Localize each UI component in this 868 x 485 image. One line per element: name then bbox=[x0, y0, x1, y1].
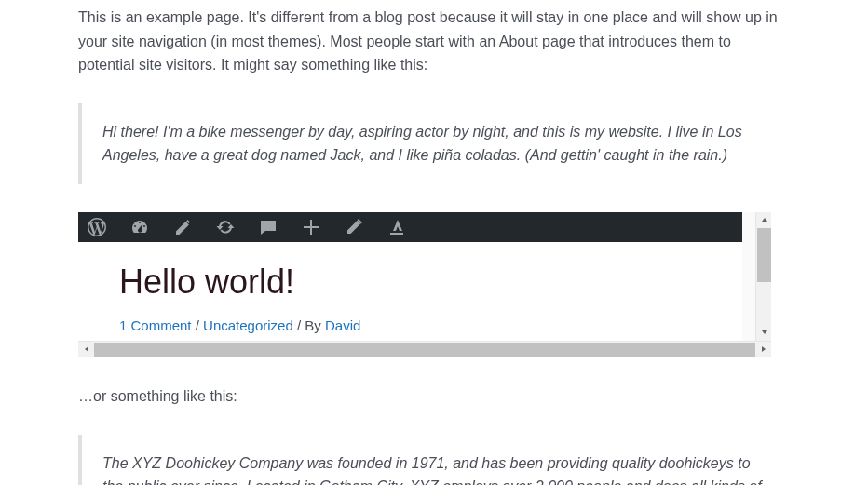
iframe-viewport: Hello world! 1 Comment / Uncategorized /… bbox=[78, 212, 771, 341]
dashboard-icon[interactable] bbox=[130, 218, 149, 236]
updates-icon[interactable] bbox=[216, 218, 235, 236]
admin-bar-left bbox=[88, 218, 723, 236]
wp-admin-bar bbox=[78, 212, 771, 242]
customize-icon[interactable] bbox=[173, 218, 192, 236]
post-meta: 1 Comment / Uncategorized / By David bbox=[119, 315, 730, 337]
horizontal-scroll-thumb[interactable] bbox=[94, 343, 755, 357]
scroll-right-button[interactable] bbox=[755, 342, 771, 357]
embedded-preview-frame: Hello world! 1 Comment / Uncategorized /… bbox=[78, 212, 771, 357]
inner-vertical-scrollbar-track bbox=[742, 212, 755, 341]
new-content-icon[interactable] bbox=[302, 218, 320, 236]
scroll-up-button[interactable] bbox=[756, 212, 771, 228]
iframe-document: Hello world! 1 Comment / Uncategorized /… bbox=[78, 212, 771, 341]
scroll-left-button[interactable] bbox=[78, 342, 94, 357]
comments-icon[interactable] bbox=[259, 218, 278, 236]
yoast-seo-icon[interactable] bbox=[387, 218, 406, 236]
company-example-quote: The XYZ Doohickey Company was founded in… bbox=[78, 435, 790, 485]
author-link[interactable]: David bbox=[325, 317, 360, 333]
wordpress-logo-icon[interactable] bbox=[88, 218, 106, 236]
iframe-page-body: Hello world! 1 Comment / Uncategorized /… bbox=[78, 242, 771, 341]
horizontal-scrollbar-track bbox=[78, 341, 771, 357]
scroll-down-button[interactable] bbox=[756, 325, 771, 341]
vertical-scrollbar-track bbox=[755, 212, 771, 341]
about-example-quote: Hi there! I'm a bike messenger by day, a… bbox=[78, 103, 790, 184]
by-label: By bbox=[305, 317, 321, 333]
vertical-scroll-thumb[interactable] bbox=[757, 228, 771, 282]
meta-separator: / bbox=[196, 317, 203, 333]
post-title: Hello world! bbox=[119, 255, 730, 309]
intro-paragraph: This is an example page. It's different … bbox=[78, 6, 790, 77]
quote-text: The XYZ Doohickey Company was founded in… bbox=[102, 455, 762, 485]
page-content: This is an example page. It's different … bbox=[0, 0, 868, 485]
category-link[interactable]: Uncategorized bbox=[203, 317, 293, 333]
quote-text: Hi there! I'm a bike messenger by day, a… bbox=[102, 124, 742, 164]
comments-link[interactable]: 1 Comment bbox=[119, 317, 192, 333]
bridge-paragraph: …or something like this: bbox=[78, 384, 790, 409]
edit-page-icon[interactable] bbox=[345, 218, 363, 236]
